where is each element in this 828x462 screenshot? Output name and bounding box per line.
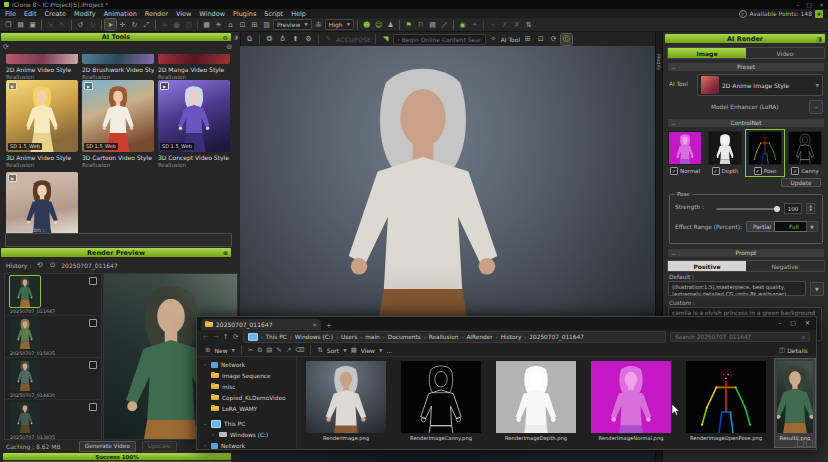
sidebar-item-image-sequence[interactable]: Image Sequence — [197, 370, 296, 381]
details-button[interactable]: Details — [787, 347, 808, 354]
upload-icon[interactable]: ⬆ — [290, 34, 301, 45]
light-icon[interactable]: ✳ — [213, 19, 224, 30]
minimize-button[interactable]: – — [796, 1, 799, 8]
ai-tools-header[interactable]: AI Tools ⚙ — [1, 33, 231, 41]
crumb-current-folder[interactable]: 20250707_011647 — [529, 334, 584, 340]
collapse-panel-icon[interactable]: ⊜ — [226, 43, 232, 51]
new-project-icon[interactable]: ❐ — [3, 19, 14, 30]
sidebar-item-network-2[interactable]: ›Network — [197, 440, 296, 449]
menu-modify[interactable]: Modify — [74, 10, 96, 18]
style-card-3d-anime[interactable]: ▶ SD 1.5_Web 3D Anime Video Style Reallu… — [6, 80, 78, 168]
menu-help[interactable]: Help — [291, 10, 306, 18]
controlnet-canny-cell[interactable]: ✓Canny — [787, 131, 823, 175]
sidebar-item-network[interactable]: ›Network — [197, 359, 296, 370]
file-renderimage[interactable]: RenderImage.png — [300, 359, 392, 447]
print-icon[interactable]: ♟ — [385, 19, 396, 30]
default-prompt-dropdown[interactable]: ▼ — [810, 282, 824, 296]
strength-slider[interactable] — [716, 208, 778, 210]
prompt-section-header[interactable]: − Prompt — [667, 248, 825, 258]
controlnet-section-header[interactable]: − ControlNet — [667, 118, 825, 128]
menu-render[interactable]: Render — [145, 10, 168, 18]
update-button[interactable]: Update — [781, 178, 821, 187]
forward-icon[interactable]: → — [213, 333, 219, 341]
history-item[interactable]: 20250707_013835 — [5, 400, 101, 440]
menu-window[interactable]: Window — [199, 10, 225, 18]
explorer-close-button[interactable]: ✕ — [805, 319, 810, 326]
open-project-icon[interactable]: ▤ — [15, 19, 26, 30]
share-icon[interactable]: ↗ — [286, 346, 291, 354]
close-button[interactable]: × — [819, 1, 824, 8]
sidebar-item-misc[interactable]: misc — [197, 381, 296, 392]
add-points-button[interactable]: + — [815, 10, 823, 18]
refresh-icon[interactable]: ⟳ — [233, 333, 239, 341]
reach-icon[interactable]: ⌁ — [487, 19, 498, 30]
sidebar-item-lora-wamy[interactable]: LoRA_WAMY — [197, 403, 296, 414]
more-button[interactable]: ... — [387, 347, 393, 354]
preset-section-header[interactable]: − Preset — [667, 62, 825, 72]
collapse-icon[interactable]: − — [671, 250, 676, 257]
frame-object-icon[interactable]: ⊡ — [237, 19, 248, 30]
select-tool-icon[interactable]: ➤ — [105, 19, 116, 30]
clipboard-icon[interactable]: ▤ — [427, 19, 438, 30]
depth-checkbox[interactable]: ✓ — [712, 167, 720, 175]
strength-stepper[interactable]: ▲▼ — [806, 203, 815, 214]
history-checkbox[interactable] — [89, 319, 97, 327]
sidebar-item-windows-c[interactable]: ›Windows (C:) — [197, 429, 296, 440]
maximize-button[interactable]: ▢ — [806, 1, 812, 8]
new-button[interactable]: New — [214, 347, 227, 354]
home-view-icon[interactable]: ⌂ — [225, 19, 236, 30]
collapse-icon[interactable]: − — [671, 64, 676, 71]
sidebar-item-this-pc[interactable]: ⌄This PC — [197, 418, 296, 429]
file-renderimageopenpose[interactable]: RenderImageOpenPose.png — [680, 359, 772, 447]
crumb-drive[interactable]: Windows (C:) — [295, 334, 333, 340]
ai-render-header[interactable]: AI Render ◨ — [665, 34, 825, 43]
menu-edit[interactable]: Edit — [24, 10, 37, 18]
tab-negative[interactable]: Negative — [746, 261, 824, 271]
pivot-icon[interactable]: ◎ — [171, 19, 182, 30]
menu-animation[interactable]: Animation — [104, 10, 137, 18]
menu-view[interactable]: View — [176, 10, 191, 18]
stage-icon[interactable]: ❂ — [264, 34, 275, 45]
tab-close-icon[interactable]: ✕ — [312, 322, 317, 328]
explorer-maximize-button[interactable]: ▢ — [790, 319, 796, 326]
explorer-search-input[interactable] — [675, 334, 802, 340]
new-icon[interactable]: ⊕ — [205, 346, 210, 354]
gear-icon[interactable]: ⚙ — [223, 34, 228, 41]
mirror-icon[interactable]: ◫ — [183, 19, 194, 30]
history-refresh-icon[interactable]: ⟲ — [35, 261, 44, 270]
flag-icon[interactable]: ⚐ — [415, 19, 426, 30]
ai-video-icon[interactable]: ⊡ — [535, 34, 546, 45]
dock-icon[interactable]: ⧉ — [244, 34, 255, 45]
tab-image[interactable]: Image — [668, 48, 746, 58]
render-preview-button[interactable]: Render Preview ⊕ — [1, 248, 231, 257]
file-renderimagedepth[interactable]: RenderImageDepth.png — [490, 359, 582, 447]
cut-icon[interactable]: ✂ — [248, 346, 253, 354]
history-dropdown-icon[interactable]: ⊙ — [48, 261, 57, 270]
history-item[interactable]: 20250707_015835 — [5, 316, 101, 358]
crumb-main[interactable]: main — [365, 334, 379, 340]
strength-value[interactable]: 100 — [784, 203, 802, 214]
crumb-this-pc[interactable]: This PC — [266, 334, 287, 340]
camera-view-icon[interactable]: ▥ — [261, 19, 272, 30]
menu-file[interactable]: File — [5, 10, 16, 18]
explorer-search-box[interactable]: ⌕ — [670, 332, 810, 342]
move-tool-icon[interactable]: ✛ — [117, 19, 128, 30]
render-settings-icon[interactable]: ⊕ — [223, 249, 228, 256]
paste-icon[interactable]: ▤ — [266, 346, 272, 354]
style-card-3d-concept[interactable]: ▶ SD 1.5_Web 3D Concept Video Style Real… — [158, 80, 230, 168]
import-icon[interactable]: ⇲ — [45, 19, 56, 30]
record-icon[interactable]: ◉ — [457, 19, 468, 30]
effect-range-dropdown[interactable]: ▼ — [806, 221, 818, 232]
link-icon[interactable]: ∞ — [159, 19, 170, 30]
camera-mode-dropdown[interactable]: Preview ▼ — [273, 19, 312, 30]
content-search-input[interactable] — [402, 36, 482, 43]
crumb-history[interactable]: History — [501, 334, 522, 340]
fk-icon[interactable]: ✘ — [511, 19, 522, 30]
tab-positive[interactable]: Positive — [668, 261, 746, 271]
ai-image-icon[interactable]: ⊞ — [522, 34, 533, 45]
panel-pin-icon[interactable]: ◨ — [232, 33, 239, 41]
file-result0[interactable]: Result0.png — [775, 359, 815, 447]
wand-icon[interactable]: ／ — [439, 19, 450, 30]
slider-knob[interactable] — [774, 206, 780, 212]
walk-icon[interactable]: ✦ — [469, 19, 480, 30]
